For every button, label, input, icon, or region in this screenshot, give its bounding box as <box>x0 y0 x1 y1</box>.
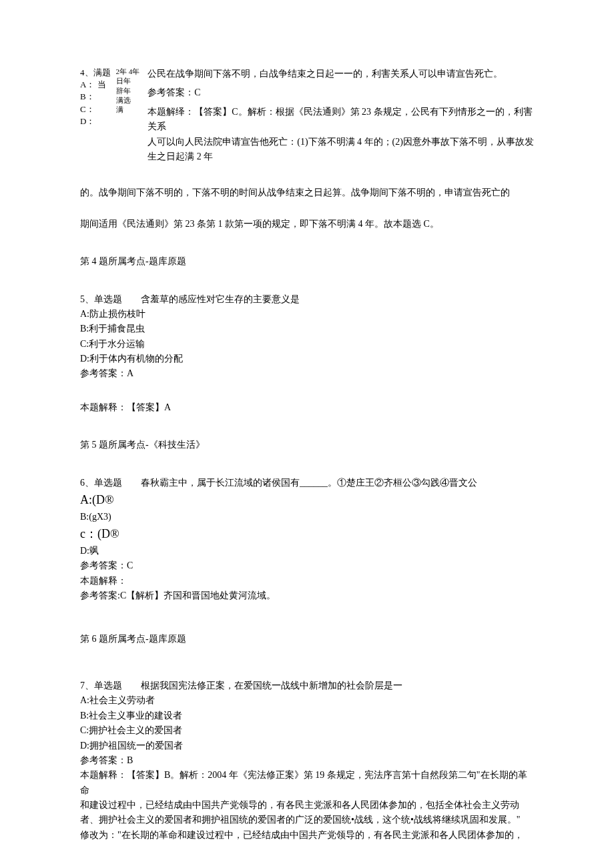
q6-answer: 参考答案：C <box>80 558 534 573</box>
q4-mid-column: 2年 4年 日年 辞年 满选 满 <box>116 67 148 114</box>
q6-stem: 6、单选题 春秋霸主中，属于长江流域的诸侯国有______。①楚庄王②齐桓公③勾… <box>80 476 534 490</box>
q5-explain: 本题解释：【答案】A <box>80 400 534 415</box>
q4-left-column: 4、满题 A： 当 B： C： D： <box>80 67 116 127</box>
q7-stem: 7、单选题 根据我国宪法修正案，在爱国统一战线中新增加的社会阶层是一 <box>80 679 534 693</box>
q4-explain-p2: 期间适用《民法通则》第 23 条第 1 款第一项的规定，即下落不明满 4 年。故… <box>80 217 534 232</box>
q4-mid-r2: 日年 <box>116 76 140 85</box>
q6-option-c: c：(D® <box>80 524 534 544</box>
q4-option-c-label: C： <box>80 103 111 115</box>
q5-point: 第 5 题所属考点-《科技生活》 <box>80 438 534 452</box>
q4-mid-r5: 满 <box>116 105 140 114</box>
q7-explain-line1: 本题解释：【答案】B。解析：2004 年《宪法修正案》第 19 条规定，宪法序言… <box>80 768 534 798</box>
q4-explain-line1: 本题解绎：【答案】C。解析：根据《民法通则》第 23 条规定，公民有下列情形之一… <box>147 105 534 135</box>
q6-option-b: B:(gX3) <box>80 510 534 524</box>
q5-answer: 参考答案：A <box>80 366 534 381</box>
q7-option-a: A:社会主义劳动者 <box>80 693 534 708</box>
q7-explain-line2: 和建设过程中，已经结成由中国共产党领导的，有各民主党派和各人民团体参加的，包括全… <box>80 798 534 813</box>
q4-stem: 公民在战争期间下落不明，白战争结束之日起一一的，利害关系人可以申请宣告死亡。 <box>147 67 534 81</box>
q7-option-d: D:拥护祖国统一的爱国者 <box>80 739 534 753</box>
q4-option-a-label: A： 当 <box>80 79 111 91</box>
q6-point: 第 6 题所属考点-题库原题 <box>80 632 534 646</box>
q4-mid-r1: 2年 4年 <box>116 67 140 76</box>
q5-stem: 5、单选题 含羞草的感应性对它生存的主要意义是 <box>80 292 534 307</box>
q6-explain: 参考答案:C【解析】齐国和晋国地处黄河流域。 <box>80 588 534 603</box>
q4-right-column: 公民在战争期间下落不明，白战争结束之日起一一的，利害关系人可以申请宣告死亡。 参… <box>147 67 534 164</box>
q6-explain-label: 本题解释： <box>80 574 534 588</box>
q4-answer: 参考答案：C <box>147 85 534 100</box>
q4-explain-line2: 人可以向人民法院申请宣告他死亡：(1)下落不明满 4 年的；(2)因意外事故下落… <box>147 135 534 149</box>
q7-explain-line4: 修改为："在长期的革命和建设过程中，已经结成由中国共产党领导的，有各民主党派和各… <box>80 828 534 843</box>
q4-explain-line3: 生之日起满 2 年 <box>147 149 534 164</box>
q7-option-b: B:社会主义事业的建设者 <box>80 709 534 723</box>
q7-option-c: C:拥护社会主义的爱国者 <box>80 723 534 738</box>
q4-header-block: 4、满题 A： 当 B： C： D： 2年 4年 日年 辞年 满选 满 公民在战… <box>80 67 534 164</box>
q5-option-b: B:利于捕食昆虫 <box>80 322 534 336</box>
q6-option-d: D:飒 <box>80 544 534 558</box>
q4-explain-p1: 的。战争期间下落不明的，下落不明的时间从战争结束之日起算。战争期间下落不明的，申… <box>80 185 534 200</box>
q4-mid-r3: 辞年 <box>116 86 140 95</box>
q4-number-row: 4、满题 <box>80 67 111 79</box>
q5-option-d: D:利于体内有机物的分配 <box>80 352 534 366</box>
q5-option-a: A:防止损伤枝叶 <box>80 307 534 322</box>
q4-option-b-label: B： <box>80 91 111 103</box>
q7-explain-line3: 者、拥护社会主义的爱国者和拥护祖国统的爱国者的广泛的爱国统•战线，这个统•战线将… <box>80 813 534 827</box>
q7-answer: 参考答案：B <box>80 753 534 768</box>
q4-mid-r4: 满选 <box>116 95 140 105</box>
q4-option-d-label: D： <box>80 115 111 127</box>
q5-option-c: C:利于水分运输 <box>80 337 534 352</box>
q4-point: 第 4 题所属考点-题库原题 <box>80 254 534 269</box>
q6-option-a: A:(D® <box>80 490 534 510</box>
